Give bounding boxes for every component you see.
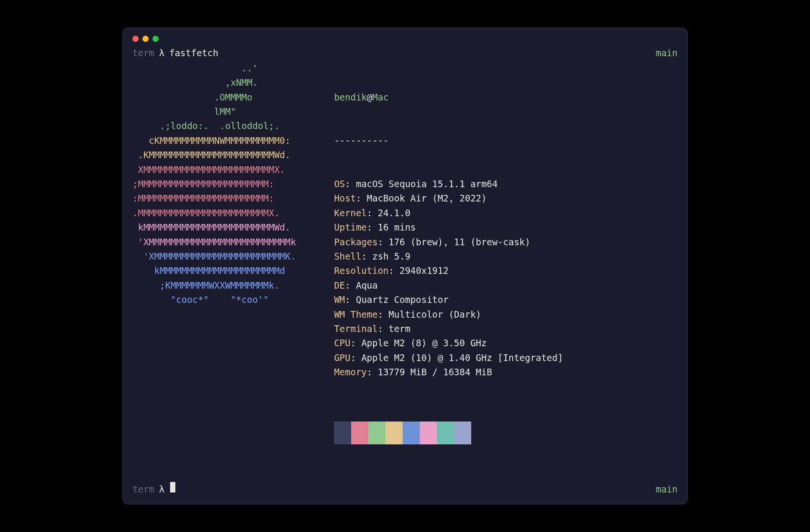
ascii-line: .OMMMMo bbox=[132, 90, 296, 104]
close-icon[interactable] bbox=[132, 36, 139, 42]
ascii-line: lMM" bbox=[132, 104, 296, 119]
info-row: OS: macOS Sequoia 15.1.1 arm64 bbox=[334, 177, 563, 191]
ascii-line: ;KMMMMMMMWXXWMMMMMMMk. bbox=[132, 278, 296, 292]
username: bendik bbox=[334, 92, 367, 102]
info-key: Memory bbox=[334, 367, 367, 377]
git-branch: main bbox=[656, 48, 678, 58]
info-value: Apple M2 (10) @ 1.40 GHz [Integrated] bbox=[361, 352, 563, 363]
prompt-symbol: λ bbox=[159, 48, 164, 58]
info-value: 24.1.0 bbox=[378, 208, 411, 218]
info-key: Shell bbox=[334, 251, 361, 261]
ascii-line: ,xNMM. bbox=[132, 75, 296, 90]
info-value: macOS Sequoia 15.1.1 arm64 bbox=[356, 179, 497, 189]
zoom-icon[interactable] bbox=[152, 36, 159, 42]
ascii-line: :MMMMMMMMMMMMMMMMMMMMMMMM: bbox=[132, 191, 296, 205]
info-key: GPU bbox=[334, 352, 350, 363]
info-row: Host: MacBook Air (M2, 2022) bbox=[334, 191, 563, 205]
info-key: Packages bbox=[334, 237, 378, 247]
info-row: CPU: Apple M2 (8) @ 3.50 GHz bbox=[334, 336, 563, 350]
info-value: Multicolor (Dark) bbox=[389, 309, 481, 320]
info-key: WM Theme bbox=[334, 309, 378, 320]
info-row: Resolution: 2940x1912 bbox=[334, 263, 563, 278]
color-swatch bbox=[420, 422, 437, 444]
info-value: 2940x1912 bbox=[399, 265, 448, 276]
color-palette bbox=[334, 422, 563, 444]
prompt-command[interactable]: fastfetch bbox=[169, 48, 218, 58]
ascii-logo: ..' ,xNMM. .OMMMMo lMM" .;loddo:. .ollod… bbox=[132, 61, 296, 473]
info-key: Host bbox=[334, 193, 356, 203]
at-separator: @ bbox=[367, 92, 372, 102]
info-row: DE: Aqua bbox=[334, 278, 563, 292]
minimize-icon[interactable] bbox=[142, 36, 149, 42]
ascii-line: "cooc*" "*coo'" bbox=[132, 292, 296, 307]
info-row: Shell: zsh 5.9 bbox=[334, 249, 563, 263]
info-value: zsh 5.9 bbox=[372, 251, 410, 261]
info-row: Terminal: term bbox=[334, 321, 563, 336]
ascii-line: .KMMMMMMMMMMMMMMMMMMMMMMMWd. bbox=[132, 148, 296, 162]
color-swatch bbox=[351, 422, 368, 444]
ascii-line: ..' bbox=[132, 61, 296, 75]
info-value: Apple M2 (8) @ 3.50 GHz bbox=[361, 338, 486, 348]
cursor[interactable] bbox=[170, 482, 175, 492]
prompt-line-2: term λ main bbox=[132, 482, 678, 494]
info-key: WM bbox=[334, 294, 345, 305]
info-value: 16 mins bbox=[378, 222, 416, 232]
system-info: bendik@Mac ---------- OS: macOS Sequoia … bbox=[334, 61, 563, 473]
color-swatch bbox=[368, 422, 385, 444]
color-swatch bbox=[403, 422, 420, 444]
color-swatch bbox=[437, 422, 454, 444]
ascii-line: 'XMMMMMMMMMMMMMMMMMMMMMMMMMMk bbox=[132, 235, 296, 249]
info-row: Packages: 176 (brew), 11 (brew-cask) bbox=[334, 235, 563, 249]
info-value: 176 (brew), 11 (brew-cask) bbox=[389, 237, 530, 247]
ascii-line: ;MMMMMMMMMMMMMMMMMMMMMMMM: bbox=[132, 177, 296, 191]
ascii-line: 'XMMMMMMMMMMMMMMMMMMMMMMMMK. bbox=[132, 249, 296, 263]
ascii-line: .;loddo:. .olloddol;. bbox=[132, 119, 296, 133]
terminal-window[interactable]: term λ fastfetch main ..' ,xNMM. .OMMMMo… bbox=[122, 28, 688, 504]
info-key: OS bbox=[334, 179, 345, 189]
prompt-symbol: λ bbox=[159, 484, 164, 494]
info-key: Uptime bbox=[334, 222, 367, 232]
user-host-line: bendik@Mac bbox=[334, 90, 563, 104]
info-key: CPU bbox=[334, 338, 350, 348]
info-row: WM Theme: Multicolor (Dark) bbox=[334, 307, 563, 321]
info-value: Aqua bbox=[356, 280, 378, 291]
info-key: Terminal bbox=[334, 323, 378, 334]
info-value: term bbox=[389, 323, 411, 334]
fastfetch-output: ..' ,xNMM. .OMMMMo lMM" .;loddo:. .ollod… bbox=[132, 61, 678, 473]
ascii-line: .MMMMMMMMMMMMMMMMMMMMMMMMX. bbox=[132, 206, 296, 220]
info-row: Uptime: 16 mins bbox=[334, 220, 563, 234]
info-key: Kernel bbox=[334, 208, 367, 218]
info-value: 13779 MiB / 16384 MiB bbox=[378, 367, 492, 377]
info-key: Resolution bbox=[334, 265, 388, 276]
color-swatch bbox=[334, 422, 351, 444]
info-row: WM: Quartz Compositor bbox=[334, 292, 563, 307]
prompt-line-1: term λ fastfetch main bbox=[132, 48, 678, 58]
info-value: MacBook Air (M2, 2022) bbox=[367, 193, 487, 203]
hostname: Mac bbox=[372, 92, 388, 102]
traffic-lights bbox=[132, 36, 678, 42]
info-value: Quartz Compositor bbox=[356, 294, 448, 305]
ascii-line: XMMMMMMMMMMMMMMMMMMMMMMMMX. bbox=[132, 162, 296, 177]
color-swatch bbox=[385, 422, 403, 444]
color-swatch bbox=[454, 422, 471, 444]
separator-line: ---------- bbox=[334, 133, 563, 148]
prompt-context: term bbox=[132, 48, 154, 58]
info-row: GPU: Apple M2 (10) @ 1.40 GHz [Integrate… bbox=[334, 351, 563, 365]
ascii-line: kMMMMMMMMMMMMMMMMMMMMMMd bbox=[132, 263, 296, 278]
ascii-line: cKMMMMMMMMMMNWMMMMMMMMMM0: bbox=[132, 133, 296, 148]
info-row: Memory: 13779 MiB / 16384 MiB bbox=[334, 365, 563, 379]
info-row: Kernel: 24.1.0 bbox=[334, 206, 563, 220]
ascii-line: kMMMMMMMMMMMMMMMMMMMMMMMMWd. bbox=[132, 220, 296, 234]
prompt-context: term bbox=[132, 484, 154, 494]
info-key: DE bbox=[334, 280, 345, 291]
git-branch: main bbox=[656, 484, 678, 494]
